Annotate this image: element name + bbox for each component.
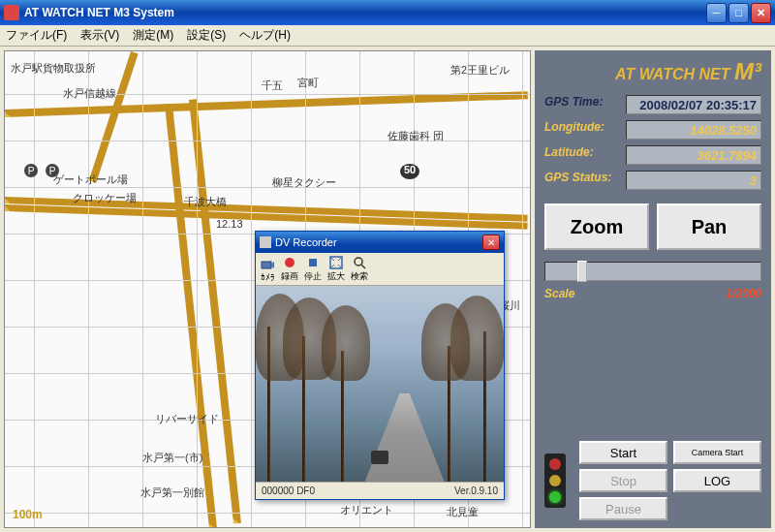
start-button[interactable]: Start <box>579 441 667 464</box>
app-icon <box>4 5 19 20</box>
svg-rect-0 <box>262 262 271 268</box>
menu-help[interactable]: ヘルプ(H) <box>239 27 291 44</box>
scale-value: 1/2000 <box>726 287 761 300</box>
dv-tool-zoom[interactable]: 拡大 <box>327 255 345 283</box>
menubar: ファイル(F) 表示(V) 測定(M) 設定(S) ヘルプ(H) <box>0 25 775 47</box>
map-label: 千五 <box>262 78 283 93</box>
parking-icon: P <box>24 164 38 177</box>
camera-start-button[interactable]: Camera Start <box>673 441 761 464</box>
map-viewport[interactable]: 水戸駅貨物取扱所水戸信越線ゲートボール場クロッケー場千波大橋宮町佐藤歯科 団柳星… <box>4 50 531 528</box>
dv-recorder-window[interactable]: DV Recorder ✕ ｶﾒﾗ 録画 停止 拡大 検索 <box>255 231 505 500</box>
map-label: 佐藤歯科 団 <box>388 129 444 143</box>
map-label: 水戸駅貨物取扱所 <box>11 61 96 76</box>
dv-app-icon <box>260 236 271 248</box>
map-label: 水戸第一別館 <box>140 485 204 500</box>
gps-lon-value: 14028.5250 <box>626 120 761 140</box>
map-label: リバーサイド <box>155 412 219 426</box>
scale-slider[interactable] <box>544 262 761 281</box>
dv-title: DV Recorder <box>275 236 482 248</box>
dv-tool-search[interactable]: 検索 <box>351 255 368 283</box>
parking-icon: P <box>46 164 59 177</box>
svg-point-4 <box>355 258 362 266</box>
dv-toolbar: ｶﾒﾗ 録画 停止 拡大 検索 <box>256 253 504 286</box>
map-label: 柳星タクシー <box>272 175 336 190</box>
map-label: 千波大橋 <box>184 195 227 209</box>
minimize-button[interactable]: ─ <box>706 3 727 23</box>
menu-settings[interactable]: 設定(S) <box>187 27 226 44</box>
map-label: クロッケー場 <box>73 191 137 205</box>
menu-measure[interactable]: 測定(M) <box>133 27 173 44</box>
gps-status-label: GPS Status: <box>544 171 620 190</box>
dv-status-left: 000000 DF0 <box>262 485 315 496</box>
pan-button[interactable]: Pan <box>657 203 761 250</box>
window-title: AT WATCH NET M3 System <box>24 6 706 19</box>
window-titlebar: AT WATCH NET M3 System ─ □ ✕ <box>0 0 775 25</box>
zoom-button[interactable]: Zoom <box>544 203 649 250</box>
app-logo: AT WATCH NET M³ <box>544 58 761 85</box>
gps-status-value: 3 <box>626 171 761 190</box>
dv-close-button[interactable]: ✕ <box>482 235 500 250</box>
dv-video-feed <box>256 286 504 482</box>
map-label: 北見童 <box>447 505 479 519</box>
map-label: 水戸信越線 <box>63 86 116 101</box>
maximize-button[interactable]: □ <box>728 3 749 23</box>
stop-button[interactable]: Stop <box>579 469 667 492</box>
svg-point-1 <box>285 258 294 267</box>
side-panel: AT WATCH NET M³ GPS Time: 2008/02/07 20:… <box>535 50 771 528</box>
traffic-light-icon <box>544 454 566 508</box>
dv-tool-stop[interactable]: 停止 <box>304 255 322 283</box>
svg-rect-2 <box>309 259 317 266</box>
close-button[interactable]: ✕ <box>751 3 771 23</box>
map-label: 12.13 <box>216 218 243 230</box>
map-label: 水戸第一(市) <box>142 451 202 465</box>
dv-tool-record[interactable]: 録画 <box>281 255 298 283</box>
gps-time-value: 2008/02/07 20:35:17 <box>626 95 761 114</box>
dv-status-version: Ver.0.9.10 <box>454 485 498 496</box>
gps-lat-label: Latitude: <box>544 145 620 165</box>
map-scale-bar: 100m <box>13 508 43 521</box>
map-label: ゲートボール場 <box>53 172 128 187</box>
map-label: 第2王里ビル <box>450 63 510 78</box>
map-label: 50 <box>400 164 419 179</box>
pause-button[interactable]: Pause <box>579 497 667 520</box>
menu-file[interactable]: ファイル(F) <box>6 27 67 44</box>
dv-tool-camera[interactable]: ｶﾒﾗ <box>260 257 275 282</box>
dv-status-bar: 000000 DF0 Ver.0.9.10 <box>256 482 504 499</box>
map-label: 宮町 <box>297 76 319 90</box>
dv-titlebar[interactable]: DV Recorder ✕ <box>256 232 504 253</box>
map-label: オリエント <box>340 503 393 517</box>
gps-lon-label: Longitude: <box>544 120 620 140</box>
log-button[interactable]: LOG <box>673 469 761 492</box>
scale-label: Scale <box>544 287 574 300</box>
gps-lat-value: 3621.7894 <box>626 145 761 165</box>
slider-thumb[interactable] <box>577 261 587 282</box>
gps-time-label: GPS Time: <box>544 95 620 114</box>
menu-view[interactable]: 表示(V) <box>80 27 119 44</box>
